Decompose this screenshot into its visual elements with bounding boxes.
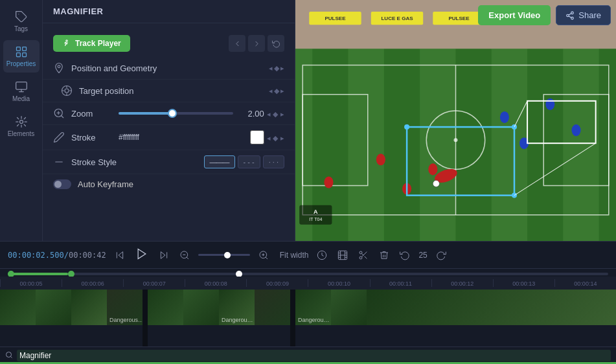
zoom-out-icon — [179, 250, 190, 260]
magnifier-row — [0, 347, 616, 364]
film-clip-3[interactable] — [71, 290, 107, 325]
track-next-button[interactable] — [248, 35, 265, 52]
zoom-in-button[interactable] — [257, 248, 271, 262]
stroke-dotted-option[interactable]: · · · — [263, 155, 284, 168]
fit-width-button[interactable]: Fit width — [280, 251, 309, 260]
zoom-slider-thumb[interactable] — [168, 109, 177, 118]
track-prev-button[interactable] — [229, 35, 245, 52]
undo-button[interactable] — [398, 248, 412, 262]
target-next-keyframe-icon[interactable]: ▸ — [280, 87, 284, 95]
auto-keyframe-toggle[interactable] — [53, 179, 71, 189]
prev-keyframe-icon[interactable]: ◂ — [269, 64, 273, 73]
svg-line-3 — [569, 16, 571, 17]
zoom-thumb[interactable] — [224, 252, 231, 258]
delete-button[interactable] — [377, 248, 391, 262]
play-button[interactable] — [133, 245, 150, 264]
film-clip-8[interactable] — [255, 290, 290, 325]
svg-line-103 — [10, 356, 12, 358]
svg-point-17 — [65, 89, 69, 93]
stroke-solid-option[interactable]: ——— — [204, 155, 235, 168]
skip-start-icon — [115, 250, 125, 260]
svg-line-4 — [569, 13, 571, 14]
zoom-icon — [53, 108, 65, 119]
zoom-out-button[interactable] — [177, 248, 192, 262]
film-clip-2[interactable] — [36, 290, 71, 325]
film-button[interactable] — [336, 248, 350, 262]
sidebar-item-elements[interactable]: Elements — [3, 110, 40, 142]
svg-marker-79 — [161, 251, 165, 258]
film-clip-10[interactable] — [331, 290, 367, 325]
stroke-color-picker[interactable] — [250, 130, 264, 144]
chevron-right-icon — [253, 40, 261, 48]
svg-line-23 — [61, 115, 63, 117]
sidebar-item-tags[interactable]: Tags — [3, 5, 40, 38]
timeline-ruler: 00:00:05 00:00:06 00:00:07 00:00:08 00:0… — [0, 277, 616, 290]
next-keyframe-icon[interactable]: ▸ — [280, 64, 284, 73]
film-clip-11[interactable] — [367, 290, 616, 325]
gap-2 — [290, 290, 295, 347]
icon-sidebar: Tags Properties Media — [0, 0, 43, 241]
search-icon — [5, 351, 13, 359]
sidebar-item-properties[interactable]: Properties — [3, 40, 40, 73]
track-controls — [229, 35, 284, 52]
zoom-in-icon — [258, 250, 269, 260]
stroke-prev-keyframe[interactable]: ◂ — [267, 134, 271, 142]
track-reset-button[interactable] — [268, 35, 284, 52]
track-player-button[interactable]: Track Player — [53, 35, 130, 52]
target-prev-keyframe-icon[interactable]: ◂ — [269, 87, 273, 95]
add-keyframe-icon[interactable]: ◆ — [274, 64, 279, 73]
svg-point-102 — [6, 352, 12, 357]
magnifier-search-icon — [5, 351, 13, 361]
magnifier-search-input[interactable] — [17, 350, 611, 361]
film-clip-1[interactable] — [0, 290, 36, 325]
zoom-slider-track[interactable] — [119, 112, 233, 115]
zoom-row: Zoom 2.00 ◂ ◆ ▸ — [43, 102, 295, 125]
film-clip-7[interactable]: Dangerous Action / FC YouCoach 0 - Test … — [219, 290, 255, 325]
share-button[interactable]: Share — [556, 5, 611, 25]
stroke-dashed-option[interactable]: - - - — [238, 155, 260, 168]
svg-rect-33 — [384, 49, 420, 241]
zoom-add-keyframe[interactable]: ◆ — [273, 110, 278, 118]
film-clip-5[interactable] — [148, 290, 183, 325]
redo-button[interactable] — [434, 248, 448, 262]
export-video-button[interactable]: Export Video — [478, 5, 551, 25]
zoom-next-keyframe[interactable]: ▸ — [280, 110, 284, 118]
svg-point-56 — [324, 176, 333, 188]
skip-to-start-button[interactable] — [113, 248, 127, 262]
stroke-pen-icon — [53, 131, 65, 143]
speed-button[interactable] — [315, 248, 329, 262]
progress-track[interactable] — [8, 273, 608, 275]
position-geometry-section[interactable]: Position and Geometry ◂ ◆ ▸ — [43, 57, 295, 80]
stroke-row: Stroke #ffffffff ◂ ◆ ▸ — [43, 125, 295, 150]
svg-rect-8 — [16, 53, 20, 57]
stroke-style-options: ——— - - - · · · — [204, 155, 284, 168]
svg-point-69 — [512, 193, 517, 198]
zoom-track[interactable] — [198, 254, 250, 256]
zoom-keyframe-controls: ◂ ◆ ▸ — [267, 109, 284, 119]
filmstrip-area: Dangerous Action / FC YouCoach 0 - Test … — [0, 290, 616, 347]
svg-point-68 — [512, 124, 517, 130]
skip-end-icon — [159, 250, 169, 260]
position-icon — [53, 62, 65, 74]
minus-icon — [53, 156, 65, 168]
cut-button[interactable] — [356, 248, 371, 262]
film-clip-9[interactable]: Dangerous Action / FC YouCoach 0 - Test … — [295, 290, 331, 325]
svg-point-14 — [66, 40, 67, 41]
tick-6: 00:00:11 — [370, 279, 431, 287]
svg-point-65 — [433, 180, 439, 187]
stroke-next-keyframe[interactable]: ▸ — [280, 134, 284, 142]
film-clip-4[interactable]: Dangerous Action / FC YouCoach 0 - Test … — [107, 290, 143, 325]
target-add-keyframe-icon[interactable]: ◆ — [274, 87, 279, 95]
svg-marker-76 — [119, 251, 123, 258]
skip-to-end-button[interactable] — [157, 248, 171, 262]
sidebar-item-media[interactable]: Media — [3, 75, 40, 108]
tick-8: 00:00:13 — [493, 279, 554, 287]
film-clip-6[interactable] — [183, 290, 219, 325]
svg-rect-6 — [16, 47, 20, 51]
stroke-add-keyframe[interactable]: ◆ — [273, 134, 278, 142]
target-position-section[interactable]: Target position ◂ ◆ ▸ — [43, 80, 295, 102]
svg-point-1 — [567, 14, 569, 17]
svg-line-82 — [187, 257, 188, 259]
zoom-prev-keyframe[interactable]: ◂ — [267, 110, 271, 118]
svg-point-60 — [500, 111, 509, 123]
